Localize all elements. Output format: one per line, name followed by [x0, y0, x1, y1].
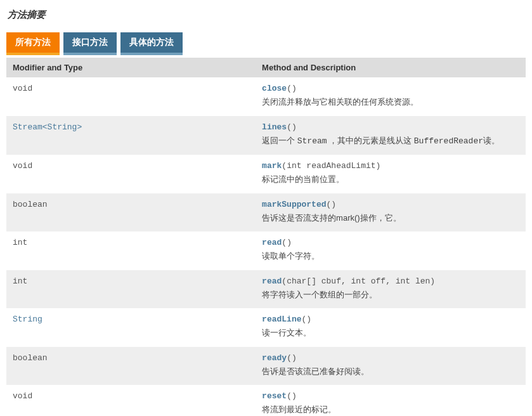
method-name-link[interactable]: read — [262, 276, 282, 286]
table-header-row: Modifier and Type Method and Description — [6, 58, 526, 77]
table-row: voidmark(int readAheadLimit)标记流中的当前位置。 — [6, 155, 526, 193]
modifier-cell: void — [6, 77, 256, 116]
desc-text: 标记流中的当前位置。 — [262, 174, 344, 184]
method-signature: mark(int readAheadLimit) — [262, 161, 519, 171]
table-row: voidclose()关闭流并释放与它相关联的任何系统资源。 — [6, 77, 526, 116]
desc-text: 告诉是否该流已准备好阅读。 — [262, 367, 369, 376]
desc-text: ，其中的元素是线从这 — [327, 136, 414, 145]
method-description: 告诉是否该流已准备好阅读。 — [262, 365, 519, 378]
table-row: booleanmarkSupported()告诉这是否流支持的mark()操作，… — [6, 193, 526, 232]
method-signature: reset() — [262, 391, 519, 401]
tab-bar: 所有方法接口方法具体的方法 — [6, 32, 526, 55]
modifier-cell: int — [6, 231, 256, 270]
method-cell: markSupported()告诉这是否流支持的mark()操作，它。 — [256, 193, 526, 232]
method-description: 读一行文本。 — [262, 327, 519, 339]
desc-text: 告诉这是否流支持的mark()操作，它。 — [262, 213, 401, 223]
method-description: 返回一个 Stream ，其中的元素是线从这 BufferedReader读。 — [262, 134, 519, 148]
method-params: () — [282, 238, 292, 247]
tab-1[interactable]: 接口方法 — [63, 32, 117, 55]
col-header-method: Method and Description — [256, 58, 526, 77]
table-row: intread()读取单个字符。 — [6, 231, 526, 270]
table-row: StringreadLine()读一行文本。 — [6, 308, 526, 347]
modifier-cell: int — [6, 270, 256, 309]
method-params: () — [287, 353, 297, 363]
method-cell: lines()返回一个 Stream ，其中的元素是线从这 BufferedRe… — [256, 116, 526, 155]
method-cell: read(char[] cbuf, int off, int len)将字符读入… — [256, 270, 526, 309]
table-row: booleanready()告诉是否该流已准备好阅读。 — [6, 347, 526, 386]
type-link[interactable]: Stream<String> — [13, 122, 82, 132]
desc-text: 关闭流并释放与它相关联的任何系统资源。 — [262, 97, 418, 107]
desc-text: 返回一个 — [262, 136, 297, 145]
method-description: 关闭流并释放与它相关联的任何系统资源。 — [262, 96, 519, 108]
desc-text: 读取单个字符。 — [262, 251, 320, 261]
method-signature: close() — [262, 84, 519, 93]
method-name-link[interactable]: reset — [262, 391, 287, 401]
method-params: (int readAheadLimit) — [282, 161, 380, 171]
method-cell: mark(int readAheadLimit)标记流中的当前位置。 — [256, 155, 526, 193]
method-params: () — [287, 122, 297, 132]
col-header-modifier: Modifier and Type — [6, 58, 256, 77]
method-name-link[interactable]: lines — [262, 122, 287, 132]
method-description: 将字符读入一个数组的一部分。 — [262, 289, 519, 301]
table-row: voidreset()将流到最近的标记。 — [6, 385, 526, 416]
desc-text: 读一行文本。 — [262, 328, 311, 337]
method-params: (char[] cbuf, int off, int len) — [282, 276, 435, 286]
desc-text: 读。 — [483, 136, 500, 145]
method-signature: readLine() — [262, 315, 519, 324]
modifier-cell: void — [6, 155, 256, 193]
method-params: () — [327, 200, 337, 209]
table-row: intread(char[] cbuf, int off, int len)将字… — [6, 270, 526, 309]
type-link[interactable]: String — [13, 315, 42, 324]
method-params: () — [287, 391, 297, 401]
desc-text: 将流到最近的标记。 — [262, 405, 336, 414]
method-description: 读取单个字符。 — [262, 250, 519, 263]
table-row: Stream<String>lines()返回一个 Stream ，其中的元素是… — [6, 116, 526, 155]
method-signature: read() — [262, 238, 519, 247]
modifier-cell: boolean — [6, 347, 256, 386]
method-params: () — [287, 84, 297, 93]
method-cell: ready()告诉是否该流已准备好阅读。 — [256, 347, 526, 386]
desc-text: 将字符读入一个数组的一部分。 — [262, 290, 377, 299]
method-name-link[interactable]: markSupported — [262, 200, 326, 209]
method-name-link[interactable]: read — [262, 238, 282, 247]
tab-2[interactable]: 具体的方法 — [120, 32, 183, 55]
method-cell: readLine()读一行文本。 — [256, 308, 526, 347]
method-cell: reset()将流到最近的标记。 — [256, 385, 526, 416]
method-description: 告诉这是否流支持的mark()操作，它。 — [262, 212, 519, 224]
tab-0[interactable]: 所有方法 — [6, 32, 60, 55]
method-name-link[interactable]: mark — [262, 161, 282, 171]
method-name-link[interactable]: readLine — [262, 315, 301, 324]
modifier-cell: boolean — [6, 193, 256, 232]
method-signature: lines() — [262, 122, 519, 132]
modifier-cell: Stream<String> — [6, 116, 256, 155]
method-signature: read(char[] cbuf, int off, int len) — [262, 276, 519, 286]
method-name-link[interactable]: ready — [262, 353, 287, 363]
method-cell: close()关闭流并释放与它相关联的任何系统资源。 — [256, 77, 526, 116]
inline-code: BufferedReader — [414, 136, 483, 146]
method-signature: ready() — [262, 353, 519, 363]
method-params: () — [302, 315, 312, 324]
section-title: 方法摘要 — [8, 9, 526, 21]
modifier-cell: String — [6, 308, 256, 347]
method-signature: markSupported() — [262, 200, 519, 209]
method-summary-table: Modifier and Type Method and Description… — [6, 58, 526, 416]
method-description: 将流到最近的标记。 — [262, 403, 519, 416]
method-description: 标记流中的当前位置。 — [262, 173, 519, 186]
method-name-link[interactable]: close — [262, 84, 287, 93]
inline-code: Stream — [297, 136, 327, 146]
modifier-cell: void — [6, 385, 256, 416]
method-cell: read()读取单个字符。 — [256, 231, 526, 270]
